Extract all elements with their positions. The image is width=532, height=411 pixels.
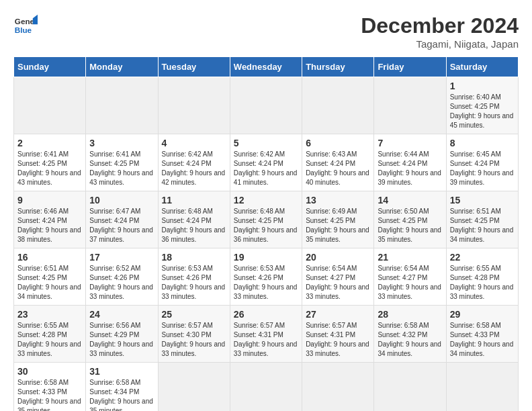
day-number: 25 [162, 309, 226, 320]
calendar-week-row: 1 Sunrise: 6:40 AMSunset: 4:25 PMDayligh… [14, 77, 519, 134]
logo-icon: General Blue [13, 13, 38, 38]
page-header: General Blue December 2024 Tagami, Niiga… [13, 13, 519, 50]
svg-text:Blue: Blue [15, 26, 32, 34]
calendar-cell: 31 Sunrise: 6:58 AMSunset: 4:34 PMDaylig… [86, 363, 158, 412]
day-info: Sunrise: 6:40 AMSunset: 4:25 PMDaylight:… [450, 93, 514, 129]
calendar-cell [14, 77, 86, 134]
calendar-cell: 22 Sunrise: 6:55 AMSunset: 4:28 PMDaylig… [446, 248, 518, 306]
day-info: Sunrise: 6:53 AMSunset: 4:26 PMDaylight:… [162, 265, 226, 300]
day-info: Sunrise: 6:54 AMSunset: 4:27 PMDaylight:… [378, 265, 441, 300]
day-number: 4 [162, 138, 226, 148]
column-header-thursday: Thursday [302, 57, 374, 77]
day-number: 10 [89, 195, 154, 205]
day-info: Sunrise: 6:48 AMSunset: 4:25 PMDaylight:… [234, 208, 298, 243]
calendar-cell: 12 Sunrise: 6:48 AMSunset: 4:25 PMDaylig… [230, 191, 302, 248]
day-info: Sunrise: 6:48 AMSunset: 4:24 PMDaylight:… [162, 208, 226, 243]
day-number: 21 [378, 252, 442, 263]
subtitle: Tagami, Niigata, Japan [361, 38, 519, 50]
day-info: Sunrise: 6:56 AMSunset: 4:29 PMDaylight:… [89, 322, 153, 357]
day-number: 3 [89, 138, 154, 148]
calendar-table: SundayMondayTuesdayWednesdayThursdayFrid… [13, 56, 519, 411]
day-number: 2 [17, 138, 82, 148]
logo: General Blue [13, 13, 38, 38]
day-number: 24 [89, 309, 154, 320]
day-number: 6 [306, 138, 370, 148]
column-header-monday: Monday [86, 57, 158, 77]
calendar-cell [374, 77, 446, 134]
day-info: Sunrise: 6:51 AMSunset: 4:25 PMDaylight:… [450, 208, 514, 243]
day-info: Sunrise: 6:55 AMSunset: 4:28 PMDaylight:… [450, 265, 514, 300]
day-number: 15 [450, 195, 515, 205]
day-info: Sunrise: 6:58 AMSunset: 4:33 PMDaylight:… [450, 322, 514, 357]
calendar-cell: 2 Sunrise: 6:41 AMSunset: 4:25 PMDayligh… [14, 134, 86, 191]
day-number: 18 [162, 252, 226, 263]
column-header-wednesday: Wednesday [230, 57, 302, 77]
day-number: 19 [234, 252, 298, 263]
day-info: Sunrise: 6:53 AMSunset: 4:26 PMDaylight:… [234, 265, 298, 300]
day-info: Sunrise: 6:54 AMSunset: 4:27 PMDaylight:… [306, 265, 369, 300]
day-info: Sunrise: 6:47 AMSunset: 4:24 PMDaylight:… [89, 208, 153, 243]
calendar-cell [158, 77, 230, 134]
day-number: 16 [17, 252, 82, 263]
calendar-cell: 10 Sunrise: 6:47 AMSunset: 4:24 PMDaylig… [86, 191, 158, 248]
day-number: 29 [450, 309, 515, 320]
day-number: 7 [378, 138, 442, 148]
calendar-cell [158, 363, 230, 412]
calendar-cell: 8 Sunrise: 6:45 AMSunset: 4:24 PMDayligh… [446, 134, 518, 191]
calendar-cell [230, 77, 302, 134]
calendar-cell: 18 Sunrise: 6:53 AMSunset: 4:26 PMDaylig… [158, 248, 230, 306]
main-title: December 2024 [361, 13, 519, 38]
calendar-week-row: 30 Sunrise: 6:58 AMSunset: 4:33 PMDaylig… [14, 363, 519, 412]
day-number: 22 [450, 252, 515, 263]
calendar-cell: 24 Sunrise: 6:56 AMSunset: 4:29 PMDaylig… [86, 306, 158, 363]
calendar-cell [302, 77, 374, 134]
calendar-cell: 23 Sunrise: 6:55 AMSunset: 4:28 PMDaylig… [14, 306, 86, 363]
column-header-sunday: Sunday [14, 57, 86, 77]
day-number: 27 [306, 309, 370, 320]
calendar-cell: 26 Sunrise: 6:57 AMSunset: 4:31 PMDaylig… [230, 306, 302, 363]
day-info: Sunrise: 6:51 AMSunset: 4:25 PMDaylight:… [17, 265, 81, 300]
day-number: 30 [17, 366, 82, 377]
day-number: 11 [162, 195, 226, 205]
calendar-cell: 5 Sunrise: 6:42 AMSunset: 4:24 PMDayligh… [230, 134, 302, 191]
day-number: 14 [378, 195, 442, 205]
calendar-week-row: 16 Sunrise: 6:51 AMSunset: 4:25 PMDaylig… [14, 248, 519, 306]
calendar-cell: 9 Sunrise: 6:46 AMSunset: 4:24 PMDayligh… [14, 191, 86, 248]
calendar-cell [230, 363, 302, 412]
calendar-week-row: 9 Sunrise: 6:46 AMSunset: 4:24 PMDayligh… [14, 191, 519, 248]
calendar-cell: 19 Sunrise: 6:53 AMSunset: 4:26 PMDaylig… [230, 248, 302, 306]
title-block: December 2024 Tagami, Niigata, Japan [361, 13, 519, 50]
day-number: 28 [378, 309, 442, 320]
calendar-cell: 13 Sunrise: 6:49 AMSunset: 4:25 PMDaylig… [302, 191, 374, 248]
day-info: Sunrise: 6:45 AMSunset: 4:24 PMDaylight:… [450, 150, 514, 186]
day-number: 5 [234, 138, 298, 148]
day-number: 20 [306, 252, 370, 263]
calendar-cell [374, 363, 446, 412]
day-info: Sunrise: 6:46 AMSunset: 4:24 PMDaylight:… [17, 208, 81, 243]
calendar-cell: 30 Sunrise: 6:58 AMSunset: 4:33 PMDaylig… [14, 363, 86, 412]
day-number: 17 [89, 252, 154, 263]
day-info: Sunrise: 6:57 AMSunset: 4:30 PMDaylight:… [162, 322, 226, 357]
calendar-week-row: 23 Sunrise: 6:55 AMSunset: 4:28 PMDaylig… [14, 306, 519, 363]
day-info: Sunrise: 6:41 AMSunset: 4:25 PMDaylight:… [17, 150, 81, 186]
day-number: 31 [89, 366, 154, 377]
calendar-cell: 6 Sunrise: 6:43 AMSunset: 4:24 PMDayligh… [302, 134, 374, 191]
column-header-saturday: Saturday [446, 57, 518, 77]
day-info: Sunrise: 6:49 AMSunset: 4:25 PMDaylight:… [306, 208, 369, 243]
day-number: 8 [450, 138, 515, 148]
calendar-cell: 1 Sunrise: 6:40 AMSunset: 4:25 PMDayligh… [446, 77, 518, 134]
day-info: Sunrise: 6:42 AMSunset: 4:24 PMDaylight:… [234, 150, 298, 186]
day-number: 9 [17, 195, 82, 205]
calendar-cell: 11 Sunrise: 6:48 AMSunset: 4:24 PMDaylig… [158, 191, 230, 248]
calendar-week-row: 2 Sunrise: 6:41 AMSunset: 4:25 PMDayligh… [14, 134, 519, 191]
calendar-cell: 4 Sunrise: 6:42 AMSunset: 4:24 PMDayligh… [158, 134, 230, 191]
day-info: Sunrise: 6:58 AMSunset: 4:32 PMDaylight:… [378, 322, 441, 357]
calendar-cell [302, 363, 374, 412]
day-info: Sunrise: 6:58 AMSunset: 4:34 PMDaylight:… [89, 379, 153, 411]
day-number: 12 [234, 195, 298, 205]
calendar-cell: 14 Sunrise: 6:50 AMSunset: 4:25 PMDaylig… [374, 191, 446, 248]
svg-marker-2 [33, 15, 38, 24]
day-info: Sunrise: 6:43 AMSunset: 4:24 PMDaylight:… [306, 150, 369, 186]
day-number: 1 [450, 81, 515, 91]
calendar-cell: 7 Sunrise: 6:44 AMSunset: 4:24 PMDayligh… [374, 134, 446, 191]
